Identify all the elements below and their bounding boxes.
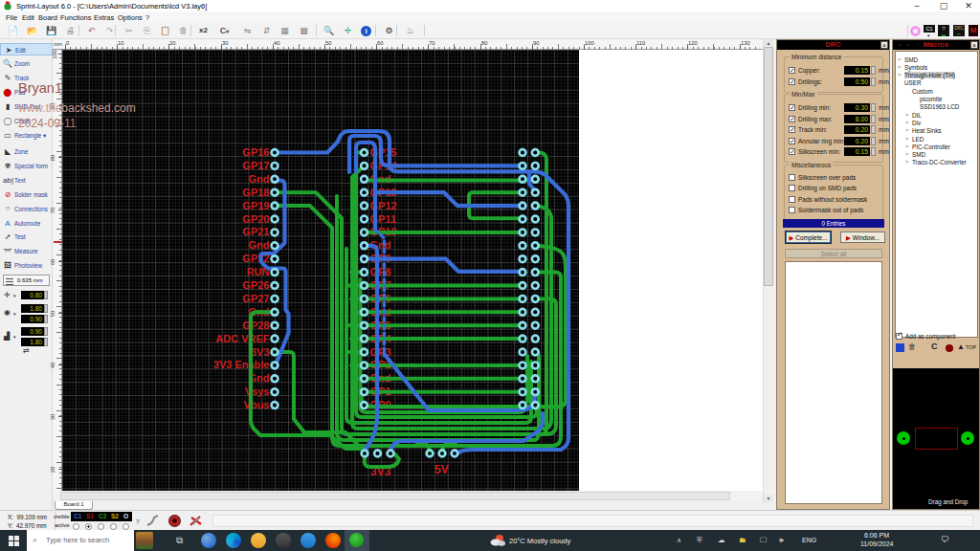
svg-text:GP19: GP19 (242, 200, 269, 211)
svg-text:5V: 5V (434, 463, 449, 476)
svg-text:3V3: 3V3 (251, 346, 270, 358)
svg-text:GP28: GP28 (242, 320, 269, 331)
svg-text:GP21: GP21 (242, 226, 269, 237)
svg-text:ADC VREF: ADC VREF (215, 333, 270, 344)
svg-text:GP16: GP16 (242, 146, 269, 158)
svg-text:Vsys: Vsys (245, 386, 270, 397)
svg-text:Gnd: Gnd (249, 173, 270, 185)
svg-text:GP8: GP8 (370, 266, 391, 277)
svg-text:GP26: GP26 (242, 279, 269, 291)
svg-text:GP20: GP20 (242, 213, 269, 225)
svg-text:GP18: GP18 (242, 187, 269, 198)
svg-text:GP17: GP17 (242, 160, 269, 171)
svg-text:GP27: GP27 (242, 293, 269, 304)
svg-text:Vbus: Vbus (244, 399, 270, 410)
svg-text:3V3 Enable: 3V3 Enable (213, 359, 270, 370)
svg-text:Gnd: Gnd (249, 239, 270, 251)
